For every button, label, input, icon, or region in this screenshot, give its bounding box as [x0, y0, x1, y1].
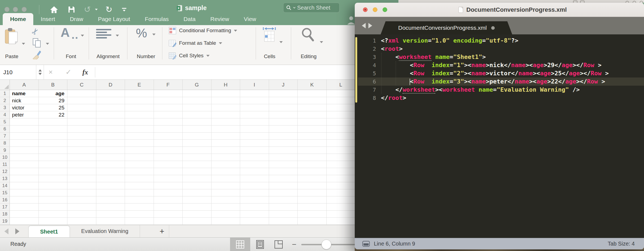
- cell-k8[interactable]: [298, 140, 327, 147]
- cell-d12[interactable]: [96, 168, 125, 175]
- column-header-i[interactable]: I: [240, 80, 269, 90]
- cell-g5[interactable]: [183, 118, 211, 125]
- cell-c17[interactable]: [67, 204, 96, 211]
- column-header-d[interactable]: D: [96, 80, 125, 90]
- cell-g18[interactable]: [183, 211, 211, 218]
- row-header-10[interactable]: 10: [0, 154, 10, 161]
- cell-b11[interactable]: [39, 161, 68, 168]
- cell-k1[interactable]: [298, 90, 327, 97]
- cell-k14[interactable]: [298, 182, 327, 189]
- cell-f18[interactable]: [154, 211, 183, 218]
- column-header-a[interactable]: A: [10, 80, 39, 90]
- cell-a7[interactable]: [10, 133, 39, 140]
- cell-l3[interactable]: [327, 104, 356, 111]
- cell-b10[interactable]: [39, 154, 68, 161]
- row-header-15[interactable]: 15: [0, 189, 10, 196]
- cell-j9[interactable]: [269, 147, 298, 154]
- cell-a6[interactable]: [10, 125, 39, 133]
- cell-b17[interactable]: [39, 204, 68, 211]
- zoom-window-button[interactable]: [22, 7, 27, 12]
- sheet-scroll-right-icon[interactable]: [15, 228, 19, 234]
- cell-c8[interactable]: [67, 140, 96, 147]
- row-header-11[interactable]: 11: [0, 161, 10, 168]
- cell-h18[interactable]: [211, 211, 240, 218]
- page-layout-view-button[interactable]: [254, 238, 266, 251]
- cell-f11[interactable]: [154, 161, 183, 168]
- cell-b14[interactable]: [39, 182, 68, 189]
- alignment-icon[interactable]: [96, 29, 111, 40]
- row-header-7[interactable]: 7: [0, 133, 10, 140]
- cell-l14[interactable]: [327, 182, 356, 189]
- column-header-l[interactable]: L: [327, 80, 356, 90]
- cell-c18[interactable]: [67, 211, 96, 218]
- cell-a8[interactable]: [10, 140, 39, 147]
- navigate-back-icon[interactable]: [362, 23, 366, 28]
- row-header-13[interactable]: 13: [0, 175, 10, 182]
- cell-l18[interactable]: [327, 211, 356, 218]
- cell-e4[interactable]: [125, 111, 154, 118]
- cell-e8[interactable]: [125, 140, 154, 147]
- row-header-6[interactable]: 6: [0, 125, 10, 133]
- cancel-entry-icon[interactable]: ×: [49, 65, 58, 79]
- cell-g10[interactable]: [183, 154, 211, 161]
- cell-a17[interactable]: [10, 204, 39, 211]
- cell-styles-button[interactable]: Cell Styles: [169, 52, 210, 59]
- cell-e17[interactable]: [125, 204, 154, 211]
- cell-g16[interactable]: [183, 196, 211, 204]
- cells-label[interactable]: Cells: [259, 53, 281, 59]
- cell-g11[interactable]: [183, 161, 211, 168]
- ribbon-tab-review[interactable]: Review: [203, 13, 237, 25]
- cell-i19[interactable]: [240, 218, 269, 225]
- cell-d13[interactable]: [96, 175, 125, 182]
- column-header-f[interactable]: F: [154, 80, 183, 90]
- cell-h12[interactable]: [211, 168, 240, 175]
- cell-c7[interactable]: [67, 133, 96, 140]
- cell-a2[interactable]: nick: [10, 97, 39, 104]
- cell-h6[interactable]: [211, 125, 240, 133]
- cell-c2[interactable]: [67, 97, 96, 104]
- cell-g6[interactable]: [183, 125, 211, 133]
- cell-a4[interactable]: peter: [10, 111, 39, 118]
- ribbon-tab-data[interactable]: Data: [176, 13, 203, 25]
- cell-c12[interactable]: [67, 168, 96, 175]
- row-header-19[interactable]: 19: [0, 218, 10, 225]
- format-painter-icon[interactable]: [32, 50, 41, 61]
- cell-e19[interactable]: [125, 218, 154, 225]
- cell-e15[interactable]: [125, 189, 154, 196]
- cell-e5[interactable]: [125, 118, 154, 125]
- cell-d9[interactable]: [96, 147, 125, 154]
- cell-l16[interactable]: [327, 196, 356, 204]
- cell-g14[interactable]: [183, 182, 211, 189]
- cell-k16[interactable]: [298, 196, 327, 204]
- cell-k3[interactable]: [298, 104, 327, 111]
- confirm-entry-icon[interactable]: ✓: [65, 65, 75, 79]
- cell-k15[interactable]: [298, 189, 327, 196]
- sheet-scroll-left-icon[interactable]: [4, 228, 8, 234]
- sheet-tab-sheet1[interactable]: Sheet1: [28, 226, 70, 237]
- cell-g13[interactable]: [183, 175, 211, 182]
- zoom-slider-thumb[interactable]: [321, 240, 331, 249]
- cell-d11[interactable]: [96, 161, 125, 168]
- number-dropdown-caret-icon[interactable]: [152, 32, 156, 37]
- cell-d14[interactable]: [96, 182, 125, 189]
- cell-e16[interactable]: [125, 196, 154, 204]
- cell-c5[interactable]: [67, 118, 96, 125]
- cell-h7[interactable]: [211, 133, 240, 140]
- cell-d17[interactable]: [96, 204, 125, 211]
- cell-l5[interactable]: [327, 118, 356, 125]
- column-header-c[interactable]: C: [67, 80, 96, 90]
- cell-h10[interactable]: [211, 154, 240, 161]
- cell-b13[interactable]: [39, 175, 68, 182]
- code-editor[interactable]: 1<?xml version="1.0" encoding="utf-8"?>2…: [355, 34, 644, 238]
- cell-k17[interactable]: [298, 204, 327, 211]
- zoom-out-icon[interactable]: −: [290, 238, 299, 251]
- cell-g15[interactable]: [183, 189, 211, 196]
- cell-k18[interactable]: [298, 211, 327, 218]
- cell-j16[interactable]: [269, 196, 298, 204]
- row-header-14[interactable]: 14: [0, 182, 10, 189]
- cell-k4[interactable]: [298, 111, 327, 118]
- select-all-corner[interactable]: [0, 80, 10, 90]
- row-header-2[interactable]: 2: [0, 97, 10, 104]
- cell-l1[interactable]: [327, 90, 356, 97]
- cell-c4[interactable]: [67, 111, 96, 118]
